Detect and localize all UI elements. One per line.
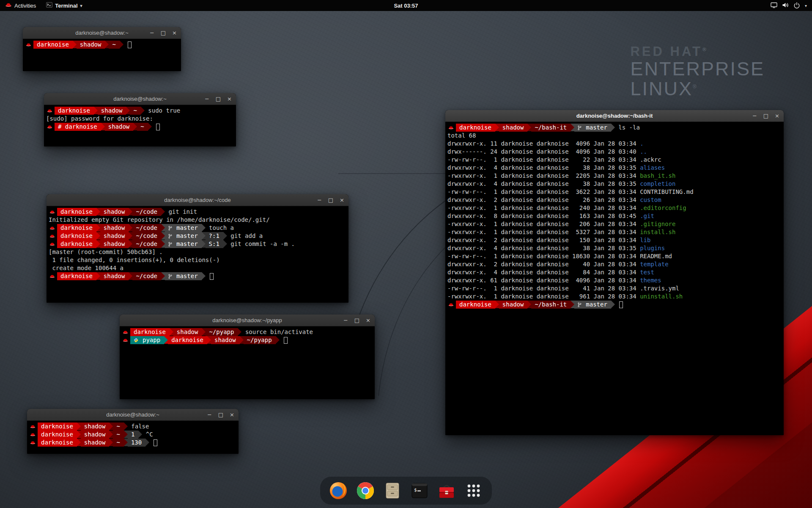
terminal-line: drwxrwxr-x. 2 darknoise darknoise 26 Jan…: [447, 196, 782, 204]
terminal-content[interactable]: darknoiseshadow~ sudo true[sudo] passwor…: [44, 105, 236, 146]
close-button[interactable]: ×: [230, 412, 234, 417]
branch-icon: [168, 234, 174, 239]
powerline-arrow: [202, 240, 206, 248]
powerline-arrow: [202, 224, 206, 232]
powerline-arrow: [120, 41, 123, 48]
terminal-content[interactable]: darknoiseshadow~/bash-itmaster ls -latot…: [445, 122, 784, 435]
maximize-button[interactable]: □: [354, 318, 359, 323]
terminal-text: -rwxrwxr-x. 1 darknoise darknoise 206 Ja…: [447, 220, 640, 228]
terminal-content[interactable]: darknoiseshadow~/code git initInitialize…: [47, 206, 348, 303]
terminal-text: total 68: [447, 132, 476, 140]
maximize-button[interactable]: □: [161, 30, 166, 36]
prompt-segment-venv: pyapp: [130, 336, 164, 344]
minimize-button[interactable]: −: [343, 318, 348, 323]
file-name: test: [640, 268, 654, 276]
terminal-cursor: [210, 273, 214, 280]
terminal-text: ^C: [142, 431, 153, 439]
window-titlebar[interactable]: darknoise@shadow:~/pyapp − □ ×: [120, 315, 375, 326]
prompt-segment-path: ~/code: [132, 240, 161, 248]
branch-icon: [168, 274, 174, 279]
dock-software-toolbox[interactable]: [436, 480, 457, 501]
prompt-segment-git: master: [165, 240, 202, 248]
terminal-text: drwx------. 24 darknoise darknoise 4096 …: [447, 148, 640, 156]
terminal-line: darknoiseshadow~/codemasterS:1 git commi…: [49, 240, 347, 248]
close-button[interactable]: ×: [340, 197, 344, 203]
terminal-text: drwxrwxr-x. 4 darknoise darknoise 38 Jan…: [447, 244, 640, 252]
prompt-segment-host: shadow: [100, 224, 129, 232]
window-titlebar[interactable]: darknoise@shadow:~/code − □ ×: [47, 194, 348, 206]
terminal-line: total 68: [447, 132, 782, 140]
terminal-text: -rwxrwxr-x. 1 darknoise darknoise 2205 J…: [447, 172, 640, 180]
minimize-button[interactable]: −: [205, 96, 209, 102]
dock-chrome[interactable]: [355, 480, 376, 501]
terminal-app-icon: [46, 2, 52, 9]
minimize-button[interactable]: −: [150, 30, 154, 36]
minimize-button[interactable]: −: [752, 113, 757, 119]
window-titlebar[interactable]: darknoise@shadow:~/bash-it − □ ×: [445, 110, 784, 122]
file-name: .travis.yml: [640, 284, 679, 293]
clock[interactable]: Sat 03:57: [394, 3, 418, 9]
window-titlebar[interactable]: darknoise@shadow:~ − □ ×: [27, 409, 239, 421]
terminal-line: darknoiseshadow~ false: [29, 422, 237, 431]
file-name: lib: [640, 236, 650, 244]
powerline-arrow: [161, 224, 165, 232]
system-status-area[interactable]: ▾: [768, 0, 809, 11]
terminal-text: -rwxrwxr-x. 1 darknoise darknoise 961 Ja…: [447, 293, 640, 301]
terminal-text: -rwxrwxr-x. 1 darknoise darknoise 240 Ja…: [447, 204, 640, 212]
maximize-button[interactable]: □: [763, 113, 768, 119]
window-title: darknoise@shadow:~: [106, 411, 159, 418]
redhat-prompt-icon: [30, 422, 36, 431]
file-name: .git: [640, 212, 654, 220]
terminal-line: pyappdarknoiseshadow~/pyapp: [122, 336, 373, 344]
minimize-button[interactable]: −: [317, 197, 322, 203]
close-button[interactable]: ×: [172, 30, 177, 36]
terminal-text: ls -la: [615, 124, 640, 132]
terminal-line: -rw-rw-r--. 1 darknoise darknoise 22 Jan…: [447, 156, 782, 164]
app-menu-label: Terminal: [55, 3, 77, 9]
powerline-arrow: [124, 439, 128, 446]
prompt-segment-path: ~/pyapp: [206, 328, 238, 336]
terminal-content[interactable]: darknoiseshadow~ falsedarknoiseshadow~1 …: [27, 421, 239, 454]
close-button[interactable]: ×: [366, 318, 370, 323]
redhat-prompt-icon: [47, 107, 52, 115]
powerline-arrow: [124, 431, 128, 438]
window-title: darknoise@shadow:~/pyapp: [212, 317, 282, 323]
prompt-segment-host: shadow: [100, 240, 129, 248]
file-name: completion: [640, 180, 675, 188]
window-titlebar[interactable]: darknoise@shadow:~ − □ ×: [44, 93, 236, 105]
redhat-logo-icon: [5, 3, 12, 9]
maximize-button[interactable]: □: [216, 96, 221, 102]
prompt-segment-user: darknoise: [38, 439, 77, 447]
terminal-line: create mode 100644 a: [49, 264, 347, 272]
window-titlebar[interactable]: darknoise@shadow:~ − □ ×: [23, 27, 181, 39]
close-button[interactable]: ×: [775, 113, 779, 119]
terminal-line: -rw-rw-r--. 1 darknoise darknoise 3622 J…: [447, 188, 782, 196]
maximize-button[interactable]: □: [218, 412, 223, 417]
maximize-button[interactable]: □: [328, 197, 333, 203]
prompt-segment-path: ~/bash-it: [531, 124, 571, 132]
close-button[interactable]: ×: [227, 96, 232, 102]
dock-app-grid[interactable]: [463, 480, 484, 501]
prompt-segment-path: ~/code: [132, 208, 161, 216]
powerline-arrow: [141, 107, 145, 114]
terminal-content[interactable]: darknoiseshadow~: [23, 39, 181, 71]
app-menu-terminal[interactable]: Terminal ▾: [41, 0, 87, 11]
powerline-arrow: [495, 301, 499, 308]
terminal-text: drwxrwxr-x. 2 darknoise darknoise 150 Ja…: [447, 236, 640, 244]
prompt-segment-git: master: [574, 124, 611, 132]
dock-firefox[interactable]: [328, 480, 349, 501]
terminal-line: darknoiseshadow~/bash-itmaster ls -la: [447, 124, 782, 132]
file-name: themes: [640, 276, 661, 284]
terminal-content[interactable]: darknoiseshadow~/pyapp source bin/activa…: [120, 326, 375, 399]
dock-terminal[interactable]: $: [409, 480, 430, 501]
redhat-prompt-icon: [49, 240, 55, 248]
prompt-segment-path: ~/code: [132, 224, 161, 232]
file-name: bash_it.sh: [640, 172, 675, 180]
dock-files[interactable]: [382, 480, 403, 501]
activities-button[interactable]: Activities: [0, 0, 41, 11]
minimize-button[interactable]: −: [207, 412, 212, 417]
redhat-prompt-icon: [30, 439, 36, 447]
powerline-arrow: [571, 124, 574, 131]
powerline-arrow: [161, 232, 165, 240]
prompt-segment-user: darknoise: [55, 107, 94, 115]
